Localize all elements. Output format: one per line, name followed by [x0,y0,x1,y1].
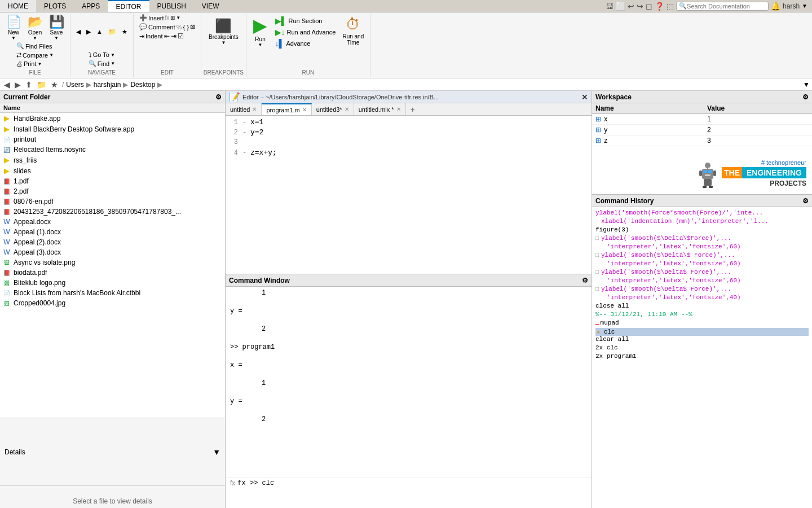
tab-program1-close[interactable]: ✕ [302,107,307,113]
nav-icon-6[interactable]: ❓ [655,2,664,11]
list-item[interactable]: ▶ slides [0,165,225,176]
list-item[interactable]: ▶ Install BlackBerry Desktop Software.ap… [0,124,225,134]
list-item[interactable]: 🔄 Relocated Items.nosync [0,144,225,155]
nav-icon-2[interactable]: ⬜ [616,2,625,11]
forward-addr-button[interactable]: ▶ [13,80,23,89]
open-button[interactable]: 📂 Open ▼ [25,14,45,42]
tab-add-button[interactable]: + [406,103,420,115]
command-input[interactable]: fx >> clc [237,479,274,487]
compare-button[interactable]: ⇄ Compare ▼ [14,51,56,59]
table-row[interactable]: ⊞ z 3 [592,135,812,146]
ch-highlighted-line[interactable]: ★ clc [595,328,809,336]
breadcrumb-harshjain[interactable]: harshjain [94,81,121,89]
nav-home[interactable]: HOME [0,0,36,12]
open-dropdown-icon[interactable]: ▼ [33,36,37,41]
back-addr-button[interactable]: ◀ [2,80,12,89]
list-item[interactable]: W Appeal (2).docx [0,237,225,247]
find-button[interactable]: 🔍 Find ▼ [86,59,117,68]
list-item[interactable]: 🖼 Cropped0004.jpg [0,298,225,308]
tab-untitled-mlx[interactable]: untitled.mlx * ✕ [354,103,406,115]
up-addr-button[interactable]: ⬆ [24,80,34,89]
goto-button[interactable]: ⤵ Go To ▼ [86,51,117,59]
nav-publish[interactable]: PUBLISH [149,0,194,12]
tab-untitled[interactable]: untitled ✕ [226,103,262,115]
nav-icon-1[interactable]: 🖫 [606,2,614,11]
back-button[interactable]: ◀ [74,28,83,36]
tab-untitled3-close[interactable]: ✕ [345,106,349,112]
nav-plots[interactable]: PLOTS [36,0,74,12]
tab-untitled-close[interactable]: ✕ [252,106,257,112]
list-item[interactable]: W Appeal (1).docx [0,227,225,237]
table-row[interactable]: ⊞ y 2 [592,125,812,135]
list-item[interactable]: 📕 biodata.pdf [0,268,225,278]
save-button[interactable]: 💾 Save ▼ [46,14,67,42]
goto-dropdown-icon[interactable]: ▼ [111,52,115,58]
list-item[interactable]: 📕 2.pdf [0,186,225,196]
notification-icon[interactable]: 🔔 [771,2,780,11]
nav-icon-7[interactable]: ⬚ [667,2,674,11]
list-item[interactable]: 📕 08076-en.pdf [0,196,225,207]
new-button[interactable]: 📄 New ▼ [3,14,24,42]
workspace-settings-icon[interactable]: ⚙ [802,93,809,101]
tab-program1[interactable]: program1.m ✕ [262,103,311,115]
run-time-button[interactable]: ⏱ Run and Time [340,14,366,47]
nav-view[interactable]: VIEW [194,0,227,12]
nav-icon-3[interactable]: ↩ [628,2,634,11]
up-button[interactable]: ▲ [94,28,105,36]
run-dropdown[interactable]: ▼ [258,42,263,47]
tab-untitled-mlx-close[interactable]: ✕ [396,106,401,112]
new-dropdown-icon[interactable]: ▼ [11,36,16,41]
insert-dropdown[interactable]: ▼ [176,15,180,20]
table-row[interactable]: ⊞ x 1 [592,114,812,125]
details-expand-icon[interactable]: ▼ [213,448,220,457]
compare-dropdown-icon[interactable]: ▼ [49,52,54,58]
insert-button[interactable]: ➕ Insert fx ⊞ ▼ [137,14,183,22]
breadcrumb-users[interactable]: Users [66,81,83,89]
list-item[interactable]: 🖼 Async vs isolate.png [0,257,225,268]
command-history-content[interactable]: ylabel('smooth(Force*smooth(Force)/','in… [592,207,812,508]
indent-button[interactable]: ⇥ Indent ⇤ ⇥ ☑ [137,32,186,41]
nav-icon-5[interactable]: ◻ [646,2,652,11]
chevron-down-icon[interactable]: ▼ [802,3,807,9]
search-box[interactable]: 🔍 [676,2,769,11]
comment-button[interactable]: 💬 Comment % { } ⊠ [137,23,197,31]
list-item[interactable]: ▶ HandBrake.app [0,113,225,124]
list-item[interactable]: ▶ rss_friis [0,155,225,165]
advance-button[interactable]: ↓▌ Advance [273,38,338,49]
list-item[interactable]: W Appeal (3).docx [0,247,225,257]
breakpoints-dropdown[interactable]: ▼ [221,40,226,45]
run-button[interactable]: ▶ Run ▼ [250,14,271,49]
list-item[interactable]: 📕 20431253_472082206518186_3850970547178… [0,207,225,217]
print-dropdown-icon[interactable]: ▼ [38,62,42,67]
find-files-button[interactable]: 🔍 Find Files [14,42,55,50]
forward-button[interactable]: ▶ [84,28,93,36]
list-item[interactable]: 📄 Block Lists from harsh's MacBook Air.c… [0,288,225,298]
command-window-content[interactable]: 1 y = 2 >> program1 x = 1 y = 2 [226,287,592,478]
find-dropdown-icon[interactable]: ▼ [111,61,115,66]
list-item[interactable]: 📄 printout [0,134,225,144]
tab-untitled3[interactable]: untitled3* ✕ [312,103,354,115]
list-item[interactable]: 🖼 Biteklub logo.png [0,278,225,288]
editor-content[interactable]: 1 - x=1 2 - y=2 3 4 - z=x+y; [226,116,592,274]
nav-editor[interactable]: EDITOR [108,0,149,12]
print-button[interactable]: 🖨 Print ▼ [14,60,45,68]
addr-expand-icon[interactable]: ▼ [803,81,810,89]
current-folder-settings-icon[interactable]: ⚙ [215,93,222,101]
breakpoints-button[interactable]: ⬛ Breakpoints ▼ [206,14,241,46]
nav-icon-4[interactable]: ↪ [637,2,643,11]
breadcrumb-desktop[interactable]: Desktop [130,81,155,89]
run-section-button[interactable]: ▶▌ Run Section [273,16,338,26]
nav-apps[interactable]: APPS [74,0,108,12]
folder-addr-button[interactable]: 📁 [35,80,48,89]
folder-button[interactable]: 📁 [106,28,118,36]
save-dropdown-icon[interactable]: ▼ [54,36,59,41]
list-item[interactable]: W Appeal.docx [0,217,225,227]
list-item[interactable]: 📕 1.pdf [0,176,225,186]
editor-close-icon[interactable]: ✕ [581,93,588,102]
run-advance-button[interactable]: ▶↓ Run and Advance [273,27,338,37]
bookmark-button[interactable]: ★ [120,28,130,36]
search-input[interactable] [687,3,766,10]
command-window-settings-icon[interactable]: ⚙ [582,277,588,284]
command-history-settings-icon[interactable]: ⚙ [802,197,809,205]
bookmark-addr-button[interactable]: ★ [49,80,60,89]
